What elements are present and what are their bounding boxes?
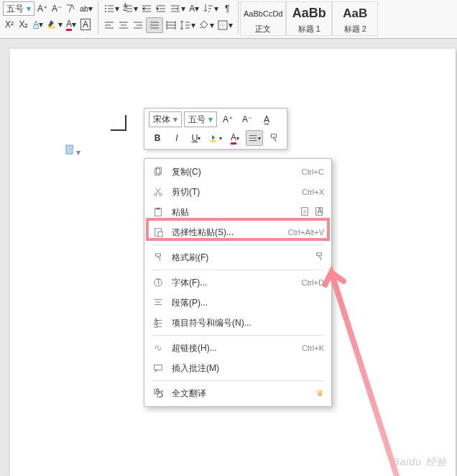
sort-icon[interactable]: ▾ xyxy=(202,1,219,16)
ctx-sep xyxy=(152,335,324,336)
subscript-icon[interactable]: X₂ xyxy=(17,17,30,32)
mini-case-icon[interactable]: A̲ xyxy=(258,111,275,127)
ctx-paste[interactable]: 粘贴A xyxy=(144,202,331,222)
change-case-icon[interactable]: ab▾ xyxy=(79,1,93,16)
decrease-font-icon[interactable]: A⁻ xyxy=(50,1,63,16)
ctx-bullets-numbering[interactable]: 123项目符号和编号(N)... xyxy=(144,313,331,333)
svg-text:文: 文 xyxy=(159,389,163,398)
borders-icon[interactable]: ▾ xyxy=(216,18,234,32)
mini-bold-icon[interactable]: B xyxy=(149,130,166,146)
align-right-icon[interactable] xyxy=(131,18,144,32)
svg-rect-26 xyxy=(154,365,162,370)
ctx-copy[interactable]: 复制(C)Ctrl+C xyxy=(144,162,331,182)
crown-icon: ♛ xyxy=(316,388,324,398)
svg-rect-20 xyxy=(317,252,322,255)
svg-point-1 xyxy=(105,8,106,9)
style-heading2[interactable]: AaB标题 2 xyxy=(332,1,378,36)
svg-rect-13 xyxy=(156,208,160,210)
ribbon: 五号▾ A⁺ A⁻ ab▾ X² X₂ A▾ ▾ A▾ A ▾ 12▾ ▾ A▾… xyxy=(0,0,457,39)
list-icon: 123 xyxy=(152,318,165,328)
paste-match-icon[interactable]: A xyxy=(314,206,324,219)
font-group: 五号▾ A⁺ A⁻ ab▾ X² X₂ A▾ ▾ A▾ A xyxy=(0,1,96,35)
mini-toolbar: 宋体▾ 五号▾ A⁺ A⁻ A̲ B I U▾ ▾ A▾ ▾ xyxy=(144,108,287,150)
paste-special-icon xyxy=(152,227,165,237)
mini-dec-font-icon[interactable]: A⁻ xyxy=(239,111,256,127)
shading-icon[interactable]: ▾ xyxy=(198,18,215,32)
mini-justify-icon[interactable]: ▾ xyxy=(246,130,263,146)
paste-plain-icon[interactable] xyxy=(300,206,310,219)
copy-icon xyxy=(152,167,165,177)
clipboard-icon xyxy=(152,207,165,217)
mini-italic-icon[interactable]: I xyxy=(168,130,185,146)
cut-icon xyxy=(152,187,165,197)
svg-rect-14 xyxy=(302,207,308,215)
page-flag-icon[interactable]: ▾ xyxy=(65,144,80,157)
cursor-mark xyxy=(111,115,126,131)
character-border-icon[interactable]: A xyxy=(79,17,92,32)
ctx-sep xyxy=(152,270,324,270)
link-icon xyxy=(152,343,165,353)
increase-indent-icon[interactable] xyxy=(154,1,167,16)
svg-rect-18 xyxy=(158,232,162,237)
paragraph-group: ▾ 12▾ ▾ A▾ ▾ ¶ ▾ ▾ ▾ xyxy=(100,1,236,35)
mini-underline-icon[interactable]: U▾ xyxy=(188,130,205,146)
watermark: Baidu 经验 xyxy=(392,456,447,469)
mini-inc-font-icon[interactable]: A⁺ xyxy=(219,111,236,127)
translate-icon: A文 xyxy=(152,388,165,398)
ctx-font[interactable]: T字体(F)...Ctrl+D xyxy=(144,273,331,293)
superscript-icon[interactable]: X² xyxy=(3,17,16,32)
styles-gallery: AaBbCcDd正文 AaBb标题 1 AaB标题 2 xyxy=(240,1,378,35)
increase-font-icon[interactable]: A⁺ xyxy=(36,1,49,16)
align-center-icon[interactable] xyxy=(117,18,130,32)
ctx-translate[interactable]: A文全文翻译♛ xyxy=(144,383,331,403)
paragraph-icon xyxy=(152,298,165,308)
svg-point-2 xyxy=(105,11,106,12)
svg-text:A: A xyxy=(317,206,322,215)
mini-font-color-icon[interactable]: A▾ xyxy=(226,130,244,146)
mini-format-painter-icon[interactable] xyxy=(265,130,282,146)
numbering-icon[interactable]: 12▾ xyxy=(121,1,139,16)
clear-format-icon[interactable] xyxy=(65,1,78,16)
show-marks-icon[interactable]: ¶ xyxy=(221,1,234,16)
align-left-icon[interactable] xyxy=(103,18,116,32)
svg-rect-19 xyxy=(156,254,161,257)
font-color-char-icon[interactable]: A▾ xyxy=(32,17,45,32)
style-normal[interactable]: AaBbCcDd正文 xyxy=(240,1,286,36)
svg-rect-7 xyxy=(272,134,277,137)
ctx-paragraph[interactable]: 段落(P)... xyxy=(144,293,331,313)
line-spacing-icon[interactable]: ▾ xyxy=(179,18,196,32)
align-justify-icon[interactable] xyxy=(146,17,163,33)
font-t-icon: T xyxy=(152,278,165,288)
page-canvas: ▾ 宋体▾ 五号▾ A⁺ A⁻ A̲ B I U▾ ▾ A▾ ▾ 复制(C)Ct… xyxy=(0,39,457,476)
ctx-insert-comment[interactable]: 插入批注(M) xyxy=(144,358,331,378)
bullets-icon[interactable]: ▾ xyxy=(103,1,120,16)
svg-point-0 xyxy=(105,5,106,6)
mini-highlight-icon[interactable]: ▾ xyxy=(207,130,224,146)
decrease-indent-icon[interactable] xyxy=(140,1,153,16)
format-painter-right-icon[interactable] xyxy=(314,252,324,264)
svg-text:T: T xyxy=(156,278,161,286)
style-heading1[interactable]: AaBb标题 1 xyxy=(286,1,332,36)
comment-icon xyxy=(152,363,165,373)
mini-size-select[interactable]: 五号▾ xyxy=(184,111,217,127)
context-menu: 复制(C)Ctrl+C 剪切(T)Ctrl+X 粘贴A 选择性粘贴(S)...C… xyxy=(144,158,332,407)
ctx-sep xyxy=(152,380,324,381)
ctx-sep xyxy=(152,244,324,245)
ctx-cut[interactable]: 剪切(T)Ctrl+X xyxy=(144,182,331,202)
mini-font-select[interactable]: 宋体▾ xyxy=(149,111,182,127)
ctx-paste-special[interactable]: 选择性粘贴(S)...Ctrl+Alt+V xyxy=(144,222,331,242)
highlight-color-icon[interactable]: ▾ xyxy=(46,17,63,32)
ctx-format-painter[interactable]: 格式刷(F) xyxy=(144,247,331,267)
font-color-icon[interactable]: A▾ xyxy=(65,17,78,32)
font-size-select[interactable]: 五号▾ xyxy=(3,1,34,16)
tab-icon[interactable]: ▾ xyxy=(169,1,186,16)
format-painter-icon xyxy=(152,252,165,262)
text-direction-icon[interactable]: A▾ xyxy=(188,1,200,16)
distribute-icon[interactable] xyxy=(165,18,177,32)
svg-rect-6 xyxy=(66,145,73,154)
dropdown-arrow-icon: ▾ xyxy=(27,4,31,14)
ctx-hyperlink[interactable]: 超链接(H)...Ctrl+K xyxy=(144,338,331,358)
